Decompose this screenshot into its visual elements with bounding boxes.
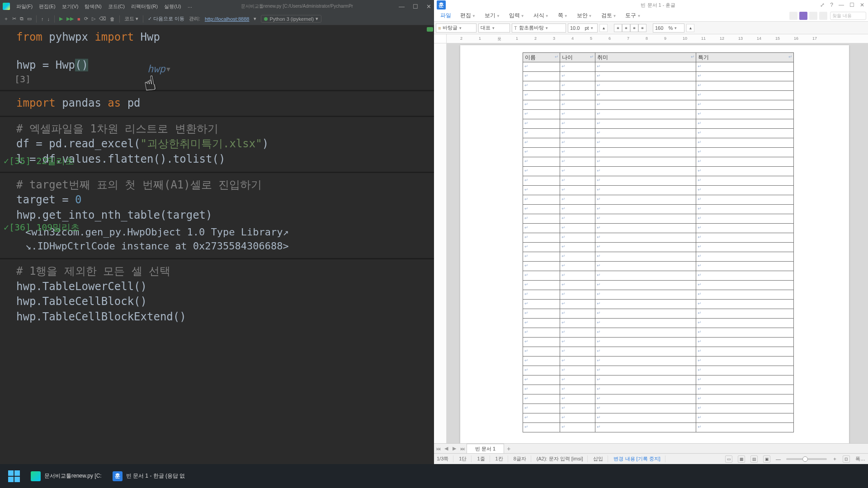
table-cell[interactable]: ↵ bbox=[696, 281, 794, 290]
table-cell[interactable]: ↵ bbox=[560, 375, 595, 385]
menu-navigate[interactable]: 탐색(N) bbox=[82, 3, 104, 10]
close-button[interactable]: ✕ bbox=[858, 2, 866, 8]
align-left-button[interactable]: ≡ bbox=[614, 24, 622, 32]
table-cell[interactable]: ↵ bbox=[523, 167, 560, 176]
table-cell[interactable]: ↵ bbox=[696, 100, 794, 110]
table-cell[interactable]: ↵ bbox=[560, 62, 595, 72]
table-cell[interactable]: ↵ bbox=[595, 205, 696, 214]
table-cell[interactable]: ↵ bbox=[696, 290, 794, 300]
table-row[interactable]: ↵↵↵↵ bbox=[523, 394, 794, 404]
menu-tools[interactable]: 도구▼ bbox=[621, 10, 645, 21]
table-cell[interactable]: ↵ bbox=[560, 252, 595, 262]
table-row[interactable]: ↵↵↵↵ bbox=[523, 319, 794, 328]
table-cell[interactable]: ↵ bbox=[696, 271, 794, 281]
table-cell[interactable]: ↵ bbox=[523, 423, 560, 432]
table-cell[interactable]: ↵ bbox=[560, 110, 595, 119]
table-row[interactable]: ↵↵↵↵ bbox=[523, 214, 794, 224]
table-cell[interactable]: ↵ bbox=[523, 394, 560, 404]
table-cell[interactable]: ↵ bbox=[696, 252, 794, 262]
table-row[interactable]: ↵↵↵↵ bbox=[523, 357, 794, 366]
font-select[interactable]: T함초롬바탕▾ bbox=[512, 23, 566, 33]
table-cell[interactable]: ↵ bbox=[595, 224, 696, 233]
table-cell[interactable]: ↵ bbox=[595, 119, 696, 129]
table-cell[interactable]: ↵ bbox=[560, 195, 595, 205]
table-cell[interactable]: ↵ bbox=[696, 205, 794, 214]
code-cell-2[interactable]: import pandas as pd bbox=[0, 90, 434, 116]
table-cell[interactable]: ↵ bbox=[595, 423, 696, 432]
table-row[interactable]: ↵↵↵↵ bbox=[523, 423, 794, 432]
align-center-button[interactable]: ≡ bbox=[622, 24, 630, 32]
cut-button[interactable]: ✂ bbox=[12, 16, 16, 22]
table-cell[interactable]: ↵ bbox=[560, 413, 595, 423]
table-cell[interactable]: ↵ bbox=[696, 129, 794, 138]
table-cell[interactable]: ↵ bbox=[523, 404, 560, 413]
table-cell[interactable]: ↵ bbox=[595, 262, 696, 271]
table-cell[interactable]: ↵ bbox=[560, 243, 595, 252]
table-row[interactable]: ↵↵↵↵ bbox=[523, 224, 794, 233]
table-cell[interactable]: ↵ bbox=[523, 233, 560, 243]
table-cell[interactable]: ↵ bbox=[523, 262, 560, 271]
table-cell[interactable]: ↵ bbox=[595, 195, 696, 205]
menu-security[interactable]: 보안▼ bbox=[572, 10, 597, 21]
table-cell[interactable]: ↵ bbox=[696, 62, 794, 72]
add-tab-button[interactable]: + bbox=[504, 445, 513, 452]
table-row[interactable]: ↵↵↵↵ bbox=[523, 205, 794, 214]
table-cell[interactable]: ↵ bbox=[696, 148, 794, 157]
kernel-select[interactable]: Python 3 (ipykernel) ▾ bbox=[261, 15, 321, 23]
table-cell[interactable]: ↵ bbox=[595, 110, 696, 119]
table-row[interactable]: ↵↵↵↵ bbox=[523, 72, 794, 81]
table-cell[interactable]: ↵ bbox=[560, 119, 595, 129]
table-cell[interactable]: ↵ bbox=[523, 157, 560, 167]
table-row[interactable]: ↵↵↵↵ bbox=[523, 195, 794, 205]
table-cell[interactable]: ↵ bbox=[560, 186, 595, 195]
table-cell[interactable]: ↵ bbox=[696, 309, 794, 319]
table-cell[interactable]: ↵ bbox=[523, 319, 560, 328]
table-row[interactable]: ↵↵↵↵ bbox=[523, 385, 794, 394]
table-cell[interactable]: ↵ bbox=[696, 167, 794, 176]
minimize-button[interactable]: — bbox=[399, 3, 405, 10]
table-cell[interactable]: ↵ bbox=[560, 338, 595, 347]
table-row[interactable]: ↵↵↵↵ bbox=[523, 148, 794, 157]
table-cell[interactable]: ↵ bbox=[696, 319, 794, 328]
table-cell[interactable]: ↵ bbox=[560, 81, 595, 91]
table-row[interactable]: ↵↵↵↵ bbox=[523, 91, 794, 100]
table-cell[interactable]: ↵ bbox=[595, 404, 696, 413]
goto-next-checkbox[interactable]: ✓ 다음으로 이동 bbox=[148, 15, 184, 22]
table-cell[interactable]: ↵ bbox=[696, 385, 794, 394]
table-cell[interactable]: ↵ bbox=[696, 366, 794, 375]
table-cell[interactable]: ↵ bbox=[560, 328, 595, 338]
table-cell[interactable]: ↵ bbox=[523, 110, 560, 119]
run-all-button[interactable]: ▷ bbox=[92, 16, 95, 22]
table-cell[interactable]: ↵ bbox=[560, 385, 595, 394]
table-cell[interactable]: ↵ bbox=[560, 205, 595, 214]
table-cell[interactable]: ↵ bbox=[523, 186, 560, 195]
table-cell[interactable]: ↵ bbox=[595, 281, 696, 290]
table-cell[interactable]: ↵ bbox=[595, 186, 696, 195]
stop-button[interactable]: ■ bbox=[77, 16, 80, 22]
table-cell[interactable]: ↵ bbox=[696, 300, 794, 309]
table-cell[interactable]: ↵ bbox=[595, 366, 696, 375]
table-cell[interactable]: ↵ bbox=[523, 224, 560, 233]
table-cell[interactable]: ↵ bbox=[696, 195, 794, 205]
table-cell[interactable]: ↵ bbox=[595, 309, 696, 319]
table-cell[interactable]: ↵ bbox=[560, 262, 595, 271]
table-cell[interactable]: ↵ bbox=[696, 91, 794, 100]
table-cell[interactable]: ↵ bbox=[595, 413, 696, 423]
document-table[interactable]: 이름↵나이↵취미↵특기↵ ↵↵↵↵↵↵↵↵↵↵↵↵↵↵↵↵↵↵↵↵↵↵↵↵↵↵↵… bbox=[523, 52, 794, 432]
table-cell[interactable]: ↵ bbox=[595, 271, 696, 281]
table-row[interactable]: ↵↵↵↵ bbox=[523, 413, 794, 423]
table-cell[interactable]: ↵ bbox=[595, 290, 696, 300]
table-cell[interactable]: ↵ bbox=[595, 167, 696, 176]
table-cell[interactable]: ↵ bbox=[595, 252, 696, 262]
minimize-button[interactable]: — bbox=[837, 2, 846, 8]
view-mode-1[interactable] bbox=[789, 12, 797, 20]
document-tab[interactable]: 빈 문서 1 bbox=[467, 444, 504, 454]
table-cell[interactable]: ↵ bbox=[523, 195, 560, 205]
table-cell[interactable]: ↵ bbox=[523, 72, 560, 81]
table-cell[interactable]: ↵ bbox=[523, 375, 560, 385]
table-cell[interactable]: ↵ bbox=[560, 91, 595, 100]
table-row[interactable]: ↵↵↵↵ bbox=[523, 119, 794, 129]
table-cell[interactable]: ↵ bbox=[560, 271, 595, 281]
table-cell[interactable]: ↵ bbox=[523, 148, 560, 157]
table-row[interactable]: ↵↵↵↵ bbox=[523, 375, 794, 385]
